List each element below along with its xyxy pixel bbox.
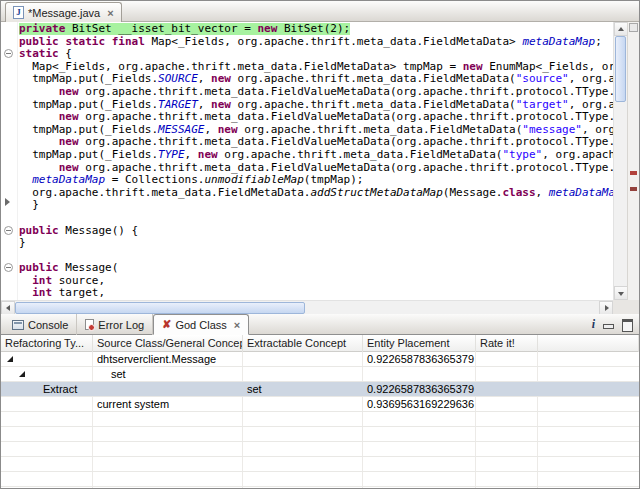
error-log-icon <box>85 319 94 330</box>
editor-tabbar: J *Message.java × <box>1 1 639 22</box>
editor-tab-message-java[interactable]: J *Message.java × <box>5 2 122 22</box>
column-header-filler <box>538 335 639 352</box>
table-cell: set <box>93 367 243 382</box>
table-empty-row <box>1 472 639 487</box>
tab-label: Error Log <box>98 319 144 331</box>
tab-console[interactable]: Console <box>4 314 77 335</box>
close-icon[interactable]: × <box>107 7 113 19</box>
overview-ruler[interactable] <box>627 22 639 300</box>
annotation-mark-icon[interactable] <box>630 187 637 191</box>
code-line[interactable]: int source, <box>19 275 613 288</box>
table-row[interactable]: current system0.9369563169229636 <box>1 397 639 412</box>
code-line[interactable]: public Message( <box>19 262 613 275</box>
code-editor[interactable]: private BitSet __isset_bit_vector = new … <box>1 22 639 300</box>
horizontal-scrollbar[interactable] <box>1 300 613 314</box>
column-header-rate-it[interactable]: Rate it! <box>476 335 538 352</box>
fold-collapse-icon[interactable] <box>4 226 13 235</box>
scroll-down-icon[interactable] <box>614 286 628 300</box>
vertical-scrollbar[interactable] <box>613 22 627 300</box>
table-cell: 0.9226587836365379 <box>363 382 476 397</box>
tab-god-class[interactable]: ✘ God Class × <box>153 314 249 335</box>
code-line[interactable]: } <box>19 199 613 212</box>
minimize-icon[interactable] <box>602 318 614 330</box>
table-row[interactable]: Extractset0.9226587836365379 <box>1 382 639 397</box>
bottom-view-panel: Console Error Log ✘ God Class × i Refact <box>1 314 639 488</box>
tree-expander-icon[interactable] <box>7 356 13 362</box>
table-row[interactable]: dhtserverclient.Message0.922658783636537… <box>1 352 639 367</box>
ruler-annotation-icon <box>5 198 10 206</box>
table-cell: set <box>243 382 363 397</box>
tree-expander-icon[interactable] <box>19 371 25 377</box>
console-icon <box>12 320 24 330</box>
column-header-extractable-concept[interactable]: Extractable Concept <box>243 335 363 352</box>
horizontal-scroll-thumb[interactable] <box>15 302 305 314</box>
table-cell: 0.9226587836365379 <box>363 352 476 367</box>
refactoring-table[interactable]: dhtserverclient.Message0.922658783636537… <box>1 352 639 488</box>
table-empty-row <box>1 442 639 457</box>
god-class-icon: ✘ <box>162 319 171 330</box>
info-icon[interactable]: i <box>592 318 595 330</box>
annotation-mark-icon[interactable] <box>630 171 637 175</box>
table-cell: current system <box>93 397 243 412</box>
view-tabbar: Console Error Log ✘ God Class × i <box>1 314 639 335</box>
code-line[interactable]: int target, <box>19 287 613 300</box>
column-header-entity-placement[interactable]: Entity Placement <box>363 335 476 352</box>
scroll-right-icon[interactable] <box>599 301 613 315</box>
column-header-source-class[interactable]: Source Class/General Concept <box>93 335 243 352</box>
code-line[interactable]: public Message() { <box>19 225 613 238</box>
java-file-icon: J <box>13 6 24 19</box>
table-row[interactable]: set <box>1 367 639 382</box>
code-line[interactable]: } <box>19 237 613 250</box>
table-empty-row <box>1 457 639 472</box>
column-header-refactoring-type[interactable]: Refactoring Ty... <box>1 335 93 352</box>
maximize-icon[interactable] <box>621 318 633 330</box>
tab-label: Console <box>28 319 68 331</box>
tab-error-log[interactable]: Error Log <box>77 314 153 335</box>
table-header: Refactoring Ty... Source Class/General C… <box>1 335 639 352</box>
code-text-area[interactable]: private BitSet __isset_bit_vector = new … <box>19 23 613 300</box>
eclipse-window: J *Message.java × private BitSet __isset… <box>0 0 640 489</box>
close-icon[interactable]: × <box>234 319 240 331</box>
table-empty-row <box>1 427 639 442</box>
scrollbar-corner <box>613 300 639 314</box>
code-line[interactable]: public static final Map<_Fields, org.apa… <box>19 36 613 49</box>
scroll-left-icon[interactable] <box>1 301 15 315</box>
overview-header-icon[interactable] <box>629 23 638 32</box>
table-cell: Extract <box>1 382 93 397</box>
fold-collapse-icon[interactable] <box>4 49 13 58</box>
table-empty-row <box>1 412 639 427</box>
vertical-scroll-thumb[interactable] <box>615 36 626 102</box>
scroll-up-icon[interactable] <box>614 22 628 36</box>
code-line[interactable]: org.apache.thrift.meta_data.FieldMetaDat… <box>19 187 613 200</box>
fold-collapse-icon[interactable] <box>4 263 13 272</box>
table-cell: dhtserverclient.Message <box>93 352 243 367</box>
tab-label: God Class <box>175 319 226 331</box>
editor-tab-title: *Message.java <box>28 7 100 19</box>
table-cell: 0.9369563169229636 <box>363 397 476 412</box>
annotation-ruler[interactable] <box>1 22 18 300</box>
